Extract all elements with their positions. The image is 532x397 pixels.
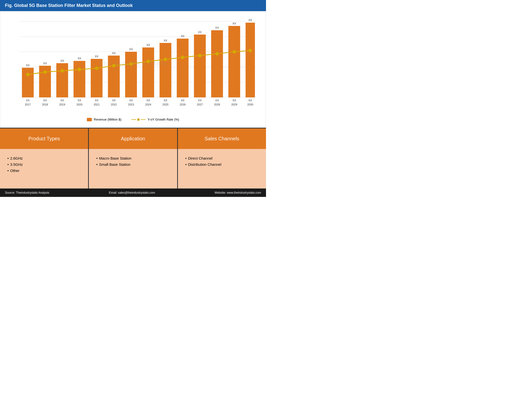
svg-text:XX: XX (129, 48, 133, 51)
product-types-content: 2.6GHz 3.5GHz Other (0, 149, 88, 188)
dot-2019 (61, 69, 64, 72)
dot-2029 (233, 50, 236, 53)
application-box: Application Macro Base Station Small Bas… (89, 128, 178, 188)
sales-channels-header: Sales Channels (178, 128, 266, 149)
svg-text:2025: 2025 (162, 103, 168, 106)
bottom-categories: Product Types 2.6GHz 3.5GHz Other Applic… (0, 128, 266, 188)
svg-text:2027: 2027 (197, 103, 203, 106)
svg-text:XX: XX (95, 99, 98, 102)
bar-2025 (160, 43, 171, 98)
bar-2026 (177, 39, 189, 97)
dot-2026 (181, 56, 184, 59)
legend-revenue: Revenue (Million $) (87, 118, 121, 121)
svg-text:2023: 2023 (128, 103, 134, 106)
dot-2020 (78, 68, 81, 71)
svg-text:2019: 2019 (59, 103, 65, 106)
svg-text:XX: XX (112, 52, 116, 55)
svg-text:XX: XX (232, 99, 236, 102)
svg-text:2017: 2017 (25, 103, 31, 106)
bar-2022 (108, 56, 120, 97)
chart-svg: XX XX XX XX XX XX XX XX XX XX XX XX XX (8, 16, 258, 115)
bar-2024 (142, 47, 154, 97)
svg-text:XX: XX (164, 39, 167, 42)
svg-text:2029: 2029 (231, 103, 237, 106)
chart-area: The Industry Stats m a r k e t r e s e a… (8, 16, 258, 115)
dot-2017 (26, 73, 29, 76)
product-types-header: Product Types (0, 128, 88, 149)
svg-text:2028: 2028 (214, 103, 220, 106)
list-item: Direct Channel (185, 155, 259, 161)
list-item: Small Base Station (96, 161, 170, 167)
list-item: Distribution Channel (185, 161, 259, 167)
dot-2024 (147, 60, 150, 63)
sales-channels-list: Direct Channel Distribution Channel (185, 155, 259, 167)
bar-2020 (74, 61, 85, 98)
bar-2017 (22, 68, 34, 97)
legend-growth-dot (137, 118, 140, 121)
application-list: Macro Base Station Small Base Station (96, 155, 170, 167)
sales-channels-box: Sales Channels Direct Channel Distributi… (178, 128, 266, 188)
svg-text:XX: XX (215, 99, 219, 102)
application-header: Application (89, 128, 177, 149)
svg-text:XX: XX (26, 64, 30, 67)
bar-2023 (125, 52, 137, 98)
svg-text:2022: 2022 (111, 103, 117, 106)
svg-text:XX: XX (215, 26, 219, 29)
bar-2027 (194, 35, 206, 97)
chart-legend: Revenue (Million $) Y-oY Growth Rate (%) (8, 115, 258, 125)
svg-text:2026: 2026 (180, 103, 186, 106)
page-title: Fig. Global 5G Base Station Filter Marke… (5, 3, 133, 8)
dot-2022 (112, 64, 115, 67)
page-header: Fig. Global 5G Base Station Filter Marke… (0, 0, 266, 11)
svg-text:XX: XX (43, 99, 47, 102)
svg-text:XX: XX (164, 99, 167, 102)
bar-2030 (246, 23, 255, 98)
svg-text:XX: XX (232, 22, 236, 25)
svg-text:XX: XX (78, 57, 81, 60)
svg-text:2020: 2020 (76, 103, 82, 106)
list-item: 3.5GHz (7, 161, 81, 167)
svg-text:XX: XX (146, 43, 150, 46)
svg-text:XX: XX (198, 31, 202, 34)
product-types-box: Product Types 2.6GHz 3.5GHz Other (0, 128, 89, 188)
legend-revenue-box (87, 118, 92, 121)
bar-2021 (91, 59, 103, 97)
svg-text:XX: XX (181, 99, 185, 102)
bar-2019 (56, 63, 68, 97)
footer-source: Source: Theindustrystats Analysis (5, 191, 49, 194)
product-types-list: 2.6GHz 3.5GHz Other (7, 155, 81, 174)
legend-growth-label: Y-oY Growth Rate (%) (148, 118, 179, 121)
legend-growth-line2 (141, 119, 146, 120)
svg-text:XX: XX (26, 99, 30, 102)
svg-text:XX: XX (112, 99, 116, 102)
dot-2018 (43, 70, 46, 73)
dot-2025 (164, 58, 167, 61)
legend-growth: Y-oY Growth Rate (%) (131, 118, 179, 121)
dot-2028 (216, 52, 219, 55)
list-item: Other (7, 167, 81, 174)
legend-revenue-label: Revenue (Million $) (94, 118, 121, 121)
dot-2023 (130, 63, 133, 65)
legend-growth-line (131, 119, 136, 120)
dot-2027 (198, 54, 201, 57)
svg-text:XX: XX (60, 99, 64, 102)
page-footer: Source: Theindustrystats Analysis Email:… (0, 188, 266, 197)
svg-text:XX: XX (146, 99, 150, 102)
dot-2030 (249, 49, 252, 52)
svg-text:XX: XX (248, 99, 252, 102)
svg-text:XX: XX (60, 59, 64, 62)
sales-channels-content: Direct Channel Distribution Channel (178, 149, 266, 188)
svg-text:XX: XX (248, 19, 252, 21)
list-item: Macro Base Station (96, 155, 170, 161)
application-content: Macro Base Station Small Base Station (89, 149, 177, 188)
svg-text:2018: 2018 (42, 103, 48, 106)
list-item: 2.6GHz (7, 155, 81, 161)
svg-text:XX: XX (95, 55, 98, 58)
dot-2021 (95, 67, 98, 70)
svg-text:XX: XX (43, 62, 47, 65)
footer-website: Website: www.theindustrystats.com (214, 191, 261, 194)
svg-text:XX: XX (198, 99, 202, 102)
footer-email: Email: sales@theindustrystats.com (109, 191, 155, 194)
bar-2028 (211, 30, 223, 97)
svg-text:XX: XX (129, 99, 133, 102)
